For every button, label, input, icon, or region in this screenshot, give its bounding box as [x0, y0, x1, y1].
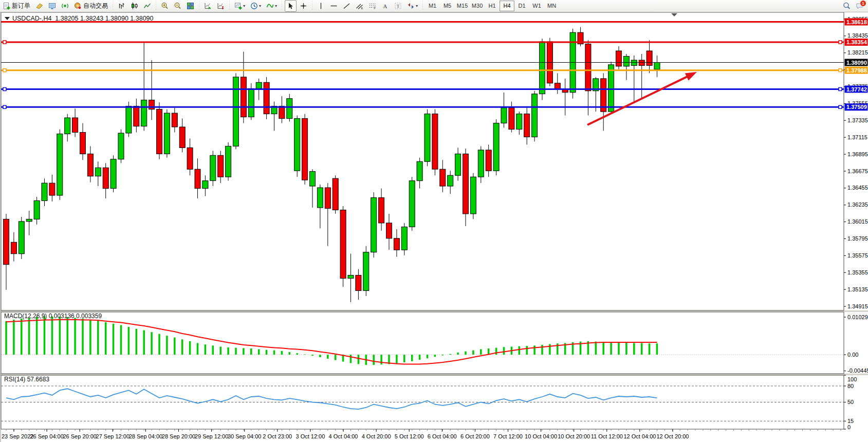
auto-trading-button[interactable]: 自动交易	[72, 0, 110, 12]
trendline-button[interactable]	[341, 0, 353, 12]
chevron-down-icon: ▾	[243, 4, 245, 8]
signal-icon	[61, 2, 69, 10]
hline-icon	[330, 2, 338, 10]
timeframe-m1-button[interactable]: M1	[425, 1, 440, 11]
zoom-out-icon	[174, 2, 181, 10]
svg-text:1.38435: 1.38435	[847, 32, 868, 39]
period-button[interactable]: ▾	[248, 0, 263, 12]
doc-plus-icon	[3, 2, 10, 10]
svg-text:29 Sep 12:00: 29 Sep 12:00	[195, 433, 228, 439]
toolbar-separator	[112, 2, 114, 11]
svg-text:23 Sep 2022: 23 Sep 2022	[2, 433, 33, 439]
svg-text:2 Oct 23:00: 2 Oct 23:00	[263, 433, 292, 439]
candle-chart-button[interactable]	[128, 0, 140, 12]
new-order-button[interactable]: 新订单	[1, 0, 32, 12]
fibo-icon: F	[368, 2, 376, 10]
tile-windows-button[interactable]	[184, 0, 196, 12]
chevron-down-icon: ▾	[275, 4, 277, 8]
text-button[interactable]: A	[379, 0, 391, 12]
zoom-in-icon	[161, 2, 169, 10]
svg-text:26 Sep 04:00: 26 Sep 04:00	[30, 433, 63, 439]
new-chart-icon	[234, 2, 242, 10]
svg-text:10 Oct 04:00: 10 Oct 04:00	[525, 433, 557, 439]
svg-text:26 Sep 20:00: 26 Sep 20:00	[63, 433, 96, 439]
svg-text:1.34915: 1.34915	[847, 303, 868, 309]
price-badge: 1.37509	[845, 103, 868, 110]
bar-chart-button[interactable]	[116, 0, 127, 12]
line-handle	[3, 88, 6, 91]
channel-button[interactable]: E	[354, 0, 365, 12]
timeframe-m15-button[interactable]: M15	[455, 1, 470, 11]
macd-label: MACD(12,26,9) 0.003136 0.003359	[4, 312, 102, 320]
timeframe-m30-button[interactable]: M30	[470, 1, 485, 11]
svg-text:1.36015: 1.36015	[847, 218, 868, 225]
zoom-in-button[interactable]	[159, 0, 171, 12]
line-chart-icon	[143, 2, 151, 10]
timeframe-m5-button[interactable]: M5	[440, 1, 455, 11]
svg-text:1.36675: 1.36675	[847, 168, 868, 174]
svg-text:1.37988: 1.37988	[846, 67, 867, 73]
rsi-label: RSI(14) 57.6683	[4, 376, 49, 383]
shift-end-icon	[217, 2, 225, 10]
svg-text:5 Oct 12:00: 5 Oct 12:00	[395, 433, 424, 439]
svg-text:1.35575: 1.35575	[847, 252, 868, 259]
toolbar-group	[284, 0, 310, 12]
toolbar-group	[158, 0, 197, 12]
symbol-label: USDCAD-,H4 1.38205 1.38243 1.38090 1.380…	[12, 15, 154, 22]
styler-button[interactable]	[33, 0, 45, 12]
svg-text:E: E	[361, 7, 363, 10]
svg-text:80: 80	[847, 383, 854, 389]
timeframe-d1-button[interactable]: D1	[514, 1, 529, 11]
toolbar-group: 新订单自动交易	[0, 0, 110, 12]
line-chart-button[interactable]	[141, 0, 153, 12]
fibonacci-button[interactable]: F	[366, 0, 378, 12]
timeframe-mn-button[interactable]: MN	[544, 1, 559, 11]
cursor-button[interactable]	[285, 0, 297, 12]
toolbar-group: EFAT▾	[315, 0, 420, 12]
toolbar-separator	[228, 2, 231, 11]
chart-window[interactable]: USDCAD-,H4 1.38205 1.38243 1.38090 1.380…	[0, 0, 868, 442]
timeframe-h4-button[interactable]: H4	[500, 1, 514, 11]
timeframe-w1-button[interactable]: W1	[529, 1, 544, 11]
indicators-button[interactable]: ▾	[264, 0, 279, 12]
signals-button[interactable]	[59, 0, 71, 12]
crosshair-button[interactable]	[298, 0, 309, 12]
arrows-button[interactable]: ▾	[405, 0, 420, 12]
svg-text:4 Oct 20:00: 4 Oct 20:00	[362, 433, 391, 439]
new-chart-button[interactable]: ▾	[232, 0, 247, 12]
horizontal-line-button[interactable]	[328, 0, 340, 12]
toolbar-group	[115, 0, 154, 12]
chevron-down-icon: ▾	[259, 4, 261, 8]
price-badge: 1.37742	[845, 86, 868, 93]
svg-text:3 Oct 12:00: 3 Oct 12:00	[296, 433, 325, 439]
line-handle	[839, 88, 842, 91]
svg-text:-0.004453: -0.004453	[847, 367, 868, 374]
timeframe-group: M1M5M15M30H1H4D1W1MN	[425, 0, 559, 12]
line-handle	[3, 69, 6, 72]
svg-text:4 Oct 04:00: 4 Oct 04:00	[329, 433, 358, 439]
auto-scroll-button[interactable]	[202, 0, 214, 12]
svg-text:50: 50	[847, 399, 854, 405]
svg-text:1.36455: 1.36455	[847, 185, 868, 191]
svg-text:0.01029: 0.01029	[847, 314, 868, 320]
toolbar-group	[201, 0, 227, 12]
line-handle	[839, 69, 842, 72]
toolbar-separator	[311, 2, 313, 11]
svg-text:1.37335: 1.37335	[847, 117, 868, 123]
svg-text:100: 100	[847, 376, 857, 382]
text-label-button[interactable]: T	[392, 0, 404, 12]
price-badge: 1.37988	[845, 67, 868, 74]
chart-shift-button[interactable]	[215, 0, 227, 12]
toolbar-separator	[281, 2, 283, 11]
svg-text:0.00: 0.00	[847, 352, 858, 358]
chart-title: USDCAD-,H4 1.38205 1.38243 1.38090 1.380…	[5, 15, 154, 22]
market-watch-button[interactable]	[46, 0, 58, 12]
svg-text:7 Oct 12:00: 7 Oct 12:00	[493, 433, 523, 439]
search-button[interactable]	[841, 0, 853, 12]
main-toolbar: 新订单自动交易▾▾▾EFAT▾M1M5M15M30H1H4D1W1MN1	[0, 0, 868, 12]
zoom-out-button[interactable]	[172, 0, 183, 12]
vertical-line-button[interactable]	[315, 0, 327, 12]
robot-icon	[74, 2, 82, 10]
timeframe-h1-button[interactable]: H1	[485, 1, 500, 11]
notifications-button[interactable]: 1	[854, 0, 865, 12]
